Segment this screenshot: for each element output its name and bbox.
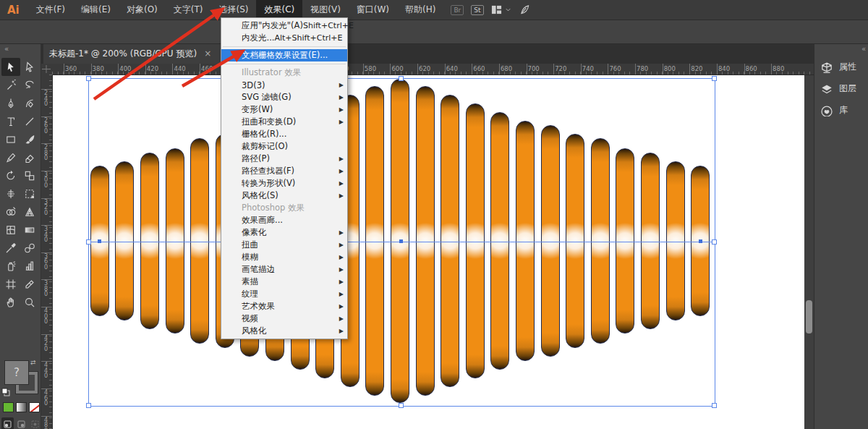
effects-menu-item[interactable]: SVG 滤镜(G)▶ <box>221 91 347 103</box>
gradient-fill-button[interactable] <box>16 402 27 412</box>
effects-menu-item[interactable]: 风格化▶ <box>221 325 347 337</box>
shape-builder-tool[interactable] <box>1 203 20 221</box>
gradient-tool[interactable] <box>20 221 39 239</box>
magic-wand-tool[interactable] <box>1 76 20 94</box>
effects-menu-item[interactable]: 素描▶ <box>221 276 347 288</box>
effects-menu-item[interactable]: 内发光...Alt+Shift+Ctrl+E <box>221 32 347 44</box>
panel-collapse-icon[interactable]: « <box>861 45 866 53</box>
artboard-tool[interactable] <box>1 275 20 293</box>
pencil-tool[interactable] <box>1 148 20 166</box>
selection-handle-4[interactable] <box>712 239 717 245</box>
type-tool[interactable] <box>1 112 20 130</box>
panel-dock-item-properties[interactable]: 属性 <box>820 61 856 73</box>
effects-menu-item[interactable]: 模糊▶ <box>221 251 347 263</box>
menu-item-视图V[interactable]: 视图(V) <box>302 0 349 20</box>
rotate-tool[interactable] <box>1 166 20 184</box>
direct-selection-tool[interactable] <box>20 58 39 76</box>
swap-fill-stroke-icon[interactable]: ⇄ <box>30 359 36 366</box>
rectangle-tool[interactable] <box>1 130 20 148</box>
menu-item-label: 素描 <box>242 276 258 287</box>
draw-behind-mode-icon[interactable] <box>15 417 27 429</box>
scrollbar-thumb[interactable] <box>806 300 812 334</box>
selection-handle-3[interactable] <box>86 239 91 245</box>
vertical-scrollbar[interactable] <box>804 75 814 429</box>
menu-item-编辑E[interactable]: 编辑(E) <box>73 0 119 20</box>
eyedropper-tool[interactable] <box>1 239 20 257</box>
menu-item-效果C[interactable]: 效果(C) <box>256 0 302 20</box>
effects-menu-item[interactable]: 艺术效果▶ <box>221 300 347 313</box>
fill-swatch[interactable]: ? <box>4 360 29 385</box>
menu-item-对象O[interactable]: 对象(O) <box>119 0 166 20</box>
none-fill-button[interactable] <box>29 402 40 412</box>
bridge-badge-icon[interactable]: Br <box>451 5 464 15</box>
menu-item-帮助H[interactable]: 帮助(H) <box>397 0 443 20</box>
eraser-tool[interactable] <box>20 148 39 166</box>
width-tool[interactable] <box>1 184 20 203</box>
anchor-point-0[interactable] <box>399 239 403 243</box>
gpu-performance-icon[interactable] <box>519 4 530 15</box>
selection-tool[interactable] <box>1 58 20 76</box>
horizontal-ruler[interactable]: 3603804004204404604805005205405605806006… <box>52 64 814 75</box>
hand-tool[interactable] <box>1 293 20 311</box>
selection-handle-5[interactable] <box>86 403 91 408</box>
effects-menu-item[interactable]: 画笔描边▶ <box>221 263 347 276</box>
document-tab[interactable]: 未标题-1* @ 200% (RGB/GPU 预览) × <box>43 43 227 64</box>
zoom-tool[interactable] <box>20 293 39 311</box>
effects-menu-item[interactable]: 效果画廊... <box>221 214 347 226</box>
effects-menu-item[interactable]: 路径查找器(F)▶ <box>221 165 347 177</box>
effects-menu-item[interactable]: 文档栅格效果设置(E)... <box>221 49 347 61</box>
menu-item-窗口W[interactable]: 窗口(W) <box>349 0 397 20</box>
menu-item-文件F[interactable]: 文件(F) <box>28 0 73 20</box>
scale-tool[interactable] <box>20 166 39 184</box>
line-segment-tool[interactable] <box>20 112 39 130</box>
blend-tool[interactable] <box>20 239 39 257</box>
close-tab-icon[interactable]: × <box>204 48 211 59</box>
lasso-tool[interactable] <box>20 76 39 94</box>
workspace-layout-icon[interactable] <box>491 4 502 15</box>
slice-tool[interactable] <box>20 275 39 293</box>
menu-item-文字T[interactable]: 文字(T) <box>166 0 211 20</box>
default-fill-stroke-icon[interactable] <box>1 388 10 396</box>
effects-menu-item[interactable]: 像素化▶ <box>221 226 347 239</box>
vertical-ruler[interactable]: 2 4 02 6 02 8 03 0 03 2 03 4 03 6 03 8 0… <box>41 75 53 429</box>
effects-menu-item[interactable]: 路径(P)▶ <box>221 153 347 165</box>
selection-handle-2[interactable] <box>712 76 717 81</box>
effects-menu-item[interactable]: 纹理▶ <box>221 288 347 300</box>
effects-menu-item[interactable]: 裁剪标记(O) <box>221 140 347 153</box>
effects-menu-item[interactable]: 3D(3)▶ <box>221 79 347 91</box>
perspective-grid-tool[interactable] <box>20 203 39 221</box>
curvature-tool[interactable] <box>20 94 39 112</box>
mesh-tool[interactable] <box>1 221 20 239</box>
ruler-origin-corner[interactable] <box>41 64 53 75</box>
menu-item-选择S[interactable]: 选择(S) <box>211 0 257 20</box>
effects-menu-item[interactable]: 风格化(S)▶ <box>221 190 347 202</box>
symbol-sprayer-tool[interactable] <box>1 257 20 275</box>
anchor-point-2[interactable] <box>699 239 702 243</box>
selection-handle-1[interactable] <box>399 76 404 81</box>
color-fill-button[interactable] <box>3 402 14 412</box>
panel-dock-item-layers[interactable]: 图层 <box>820 82 856 95</box>
pen-tool[interactable] <box>1 94 20 112</box>
effects-menu-item[interactable]: 扭曲和变换(D)▶ <box>221 116 347 128</box>
paintbrush-tool[interactable] <box>20 130 39 148</box>
effects-menu-item[interactable]: 转换为形状(V)▶ <box>221 177 347 190</box>
selection-handle-0[interactable] <box>86 76 91 81</box>
effects-menu-item[interactable]: 视频▶ <box>221 313 347 325</box>
toolbar-collapse-icon[interactable]: « <box>4 45 9 53</box>
h-ruler-tick-840 <box>717 64 718 75</box>
chevron-down-icon[interactable] <box>504 6 512 14</box>
stock-badge-icon[interactable]: St <box>471 5 483 15</box>
column-graph-tool[interactable] <box>20 257 39 275</box>
artboard-canvas[interactable] <box>52 75 804 429</box>
effects-menu-item[interactable]: 变形(W)▶ <box>221 103 347 116</box>
anchor-point-1[interactable] <box>98 239 101 243</box>
draw-normal-mode-icon[interactable] <box>1 417 14 429</box>
free-transform-tool[interactable] <box>20 184 39 203</box>
selection-handle-7[interactable] <box>712 403 717 408</box>
panel-dock-item-libraries[interactable]: 库 <box>820 104 848 116</box>
effects-menu-item[interactable]: 栅格化(R)... <box>221 128 347 140</box>
selection-handle-6[interactable] <box>399 403 404 408</box>
draw-inside-mode-icon[interactable] <box>29 417 41 429</box>
effects-menu-item[interactable]: 扭曲▶ <box>221 239 347 251</box>
effects-menu-item[interactable]: 应用"内发光"(A)Shift+Ctrl+E <box>221 20 347 32</box>
